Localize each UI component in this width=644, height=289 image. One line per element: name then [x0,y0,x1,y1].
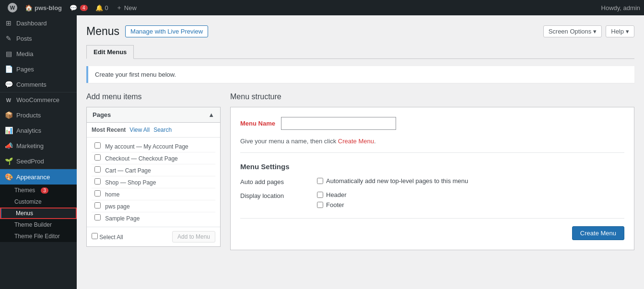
footer-location-label[interactable]: Footer [317,201,347,208]
page-checkbox-home[interactable] [94,190,101,197]
bell-icon: 🔔 [95,4,103,12]
home-icon: 🏠 [25,4,33,12]
accordion-header[interactable]: Pages ▲ [87,107,220,123]
appearance-icon: 🎨 [5,173,12,181]
site-name-bar[interactable]: 🏠 pws-blog [21,0,66,15]
menu-settings-heading: Menu Settings [240,162,624,171]
list-item: Checkout — Checkout Page [92,152,215,164]
select-all-label[interactable]: Select All [92,233,123,241]
accordion-footer: Select All Add to Menu [87,227,220,246]
bell-count: 0 [105,4,108,12]
header-location-label[interactable]: Header [317,191,347,198]
pages-accordion: Pages ▲ Most Recent View All Search [86,107,221,247]
sidebar-item-media[interactable]: ▤Media [0,46,77,61]
auto-add-pages-row: Auto add pages Automatically add new top… [240,177,624,185]
menu-structure-panel: Menu structure Menu Name Give your menu … [230,92,634,250]
page-checkbox-sample[interactable] [94,214,101,220]
sidebar: ⊞Dashboard ✎Posts ▤Media 📄Pages 💬Comment… [0,15,77,289]
menu-structure-heading: Menu structure [230,92,634,101]
menu-name-input[interactable] [281,117,396,130]
sidebar-item-pages[interactable]: 📄Pages [0,61,77,77]
screen-options-button[interactable]: Screen Options ▾ [543,25,602,37]
list-item: Shop — Shop Page [92,176,215,188]
manage-preview-button[interactable]: Manage with Live Preview [125,25,208,37]
dashboard-icon: ⊞ [5,19,12,27]
plus-icon: ＋ [116,3,122,12]
sidebar-subitem-menus[interactable]: Menus [0,208,77,219]
display-location-label: Display location [240,191,317,208]
auto-add-label: Auto add pages [240,177,317,185]
comments-bar-item[interactable]: 💬 4 [66,0,92,15]
howdy-text: Howdy, admin [601,4,640,12]
posts-icon: ✎ [5,35,12,42]
page-header: Menus Manage with Live Preview Screen Op… [86,25,634,38]
sidebar-subitem-customize[interactable]: Customize [0,196,77,208]
list-item: My account — My Account Page [92,140,215,152]
header-location-checkbox[interactable] [317,192,323,198]
products-icon: 📦 [5,111,12,119]
auto-add-checkbox[interactable] [317,178,323,184]
menu-hint: Give your menu a name, then click Create… [240,138,624,153]
pages-icon: 📄 [5,65,12,73]
seedprod-icon: 🌱 [5,157,12,165]
sidebar-subitem-themes[interactable]: Themes3 [0,185,77,196]
page-checkbox-checkout[interactable] [94,154,101,161]
menu-structure-footer: Create Menu [240,218,624,240]
media-icon: ▤ [5,50,12,58]
sidebar-subitem-theme-file-editor[interactable]: Theme File Editor [0,231,77,242]
sidebar-item-comments[interactable]: 💬Comments [0,77,77,92]
create-menu-link[interactable]: Create Menu [338,138,374,145]
woocommerce-icon: W [5,97,12,103]
accordion-label: Pages [93,111,111,118]
wp-logo[interactable]: W [4,0,21,15]
menu-name-row: Menu Name [240,117,624,130]
bell-bar-item[interactable]: 🔔 0 [92,0,112,15]
comments-icon: 💬 [5,81,12,88]
add-to-menu-button[interactable]: Add to Menu [172,231,215,243]
create-menu-button[interactable]: Create Menu [572,226,624,240]
tab-search[interactable]: Search [153,127,172,133]
nav-tabs: Edit Menus [86,45,634,59]
list-item: home [92,188,215,200]
analytics-icon: 📊 [5,127,12,134]
comments-count: 4 [80,5,88,11]
sidebar-item-products[interactable]: 📦Products [0,107,77,123]
sidebar-item-woocommerce[interactable]: WWooCommerce [0,92,77,107]
add-menu-items-panel: Add menu items Pages ▲ Most Recent View … [86,92,221,250]
admin-bar: W 🏠 pws-blog 💬 4 🔔 0 ＋ New Howdy, admin [0,0,644,15]
sidebar-item-seedprod[interactable]: 🌱SeedProd [0,153,77,169]
list-item: Cart — Cart Page [92,164,215,176]
tab-most-recent[interactable]: Most Recent [92,127,126,133]
page-checkbox-pws[interactable] [94,202,101,208]
marketing-icon: 📣 [5,142,12,150]
wp-icon: W [8,3,17,12]
menu-name-label: Menu Name [240,120,275,127]
tab-edit-menus[interactable]: Edit Menus [86,45,134,59]
notice-info: Create your first menu below. [86,66,634,83]
footer-location-checkbox[interactable] [317,202,323,208]
page-checkbox-myaccount[interactable] [94,142,101,149]
menu-settings-section: Menu Settings Auto add pages Automatical… [240,162,624,208]
menus-main: Add menu items Pages ▲ Most Recent View … [86,92,634,250]
list-item: Sample Page [92,212,215,224]
notice-text: Create your first menu below. [95,71,176,78]
site-name-label: pws-blog [35,4,62,12]
tab-view-all[interactable]: View All [129,127,150,133]
display-location-row: Display location Header Footer [240,191,624,208]
comments-icon: 💬 [70,4,77,12]
auto-add-checkbox-label[interactable]: Automatically add new top-level pages to… [317,177,468,185]
accordion-tabs: Most Recent View All Search [87,123,220,138]
sidebar-subitem-theme-builder[interactable]: Theme Builder [0,219,77,231]
page-checkbox-cart[interactable] [94,166,101,173]
list-item: pws page [92,200,215,212]
page-title: Menus [86,25,119,38]
select-all-checkbox[interactable] [92,233,98,239]
sidebar-item-posts[interactable]: ✎Posts [0,31,77,46]
sidebar-item-analytics[interactable]: 📊Analytics [0,123,77,138]
sidebar-item-marketing[interactable]: 📣Marketing [0,138,77,153]
help-button[interactable]: Help ▾ [606,25,634,37]
page-checkbox-shop[interactable] [94,178,101,185]
new-bar-item[interactable]: ＋ New [112,0,141,15]
sidebar-item-dashboard[interactable]: ⊞Dashboard [0,15,77,31]
sidebar-item-appearance[interactable]: 🎨Appearance Themes3 Customize Menus Them… [0,169,77,242]
